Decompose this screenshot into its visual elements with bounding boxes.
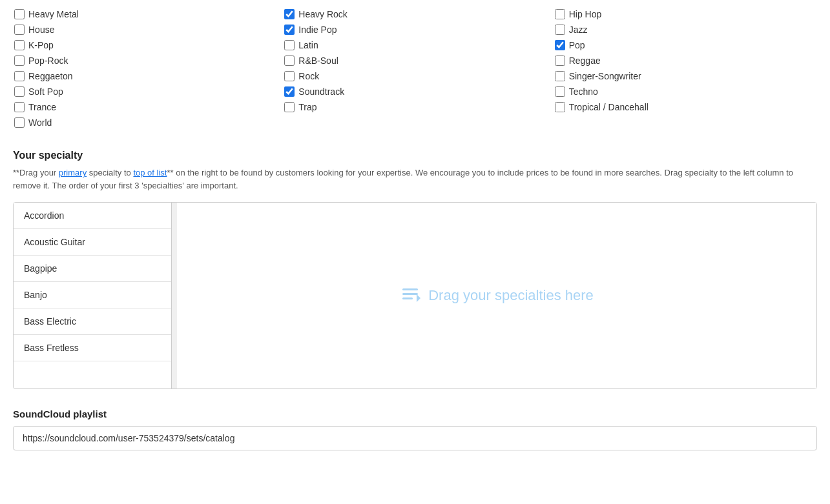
specialty-list-item[interactable]: Bass Fretless <box>14 335 171 361</box>
genre-checkbox-pop[interactable] <box>555 40 565 50</box>
genre-checkbox-rock[interactable] <box>284 71 295 81</box>
genre-checkbox-soundtrack[interactable] <box>284 86 295 97</box>
genre-checkbox-house[interactable] <box>14 25 25 35</box>
svg-marker-3 <box>417 294 420 302</box>
genre-item: Reggaeton <box>13 68 276 84</box>
genre-column-2: Heavy RockIndie PopLatinR&B-SoulRockSoun… <box>283 6 546 130</box>
desc-primary-link[interactable]: primary <box>59 168 87 177</box>
genre-item: Pop <box>554 37 817 53</box>
genre-checkbox-trap[interactable] <box>284 102 295 112</box>
genre-label: Hip Hop <box>569 9 602 19</box>
genre-checkbox-heavy-metal[interactable] <box>14 9 25 19</box>
genre-item: R&B-Soul <box>283 53 546 68</box>
desc-part1: **Drag your <box>13 168 59 177</box>
genre-column-3: Hip HopJazzPopReggaeSinger-SongwriterTec… <box>554 6 817 130</box>
genre-checkbox-hip-hop[interactable] <box>555 9 565 19</box>
genre-checkbox-k-pop[interactable] <box>14 40 25 50</box>
genre-label: Latin <box>298 40 318 50</box>
genre-label: Jazz <box>569 25 588 35</box>
genre-checkbox-reggaeton[interactable] <box>14 71 25 81</box>
genre-grid: Heavy MetalHouseK-PopPop-RockReggaetonSo… <box>13 6 817 130</box>
desc-top-list-link[interactable]: top of list <box>133 168 167 177</box>
genre-checkbox-latin[interactable] <box>284 40 295 50</box>
genre-checkbox-jazz[interactable] <box>555 25 565 35</box>
genre-label: R&B-Soul <box>298 55 338 66</box>
svg-rect-0 <box>402 288 418 290</box>
genre-item: Rock <box>283 68 546 84</box>
genre-label: Pop-Rock <box>28 55 68 66</box>
genre-item: Latin <box>283 37 546 53</box>
specialty-title: Your specialty <box>13 150 817 161</box>
specialty-drop-zone[interactable]: Drag your specialties here <box>177 203 816 388</box>
genre-checkbox-soft-pop[interactable] <box>14 86 25 97</box>
soundcloud-section: SoundCloud playlist <box>13 408 817 450</box>
soundcloud-label: SoundCloud playlist <box>13 408 817 419</box>
specialty-description: **Drag your primary specialty to top of … <box>13 166 817 192</box>
drag-icon <box>400 283 420 308</box>
svg-rect-1 <box>402 293 418 295</box>
specialty-section: Your specialty **Drag your primary speci… <box>13 150 817 389</box>
genre-item: Reggae <box>554 53 817 68</box>
genre-label: Reggae <box>569 55 601 66</box>
genre-checkbox-heavy-rock[interactable] <box>284 9 295 19</box>
genre-checkbox-singer-songwriter[interactable] <box>555 71 565 81</box>
genre-item: Hip Hop <box>554 6 817 22</box>
svg-rect-2 <box>402 297 413 299</box>
genre-label: Trance <box>28 102 56 112</box>
specialty-list-item[interactable]: Bass Electric <box>14 308 171 335</box>
genre-item: Heavy Metal <box>13 6 276 22</box>
drag-divider[interactable] <box>172 203 177 388</box>
genre-checkbox-reggae[interactable] <box>555 55 565 66</box>
specialty-list-item[interactable]: Accordion <box>14 203 171 229</box>
genre-item: K-Pop <box>13 37 276 53</box>
genre-item: Tropical / Dancehall <box>554 99 817 115</box>
drag-placeholder-text: Drag your specialties here <box>400 283 594 308</box>
genre-item: House <box>13 22 276 37</box>
genre-label: Tropical / Dancehall <box>569 102 648 112</box>
genre-item: Heavy Rock <box>283 6 546 22</box>
genre-label: House <box>28 25 54 35</box>
genre-checkbox-indie-pop[interactable] <box>284 25 295 35</box>
genre-label: K-Pop <box>28 40 54 50</box>
genre-label: Heavy Rock <box>298 9 347 19</box>
drag-placeholder-label: Drag your specialties here <box>428 287 594 304</box>
genre-label: Indie Pop <box>298 25 337 35</box>
genre-label: Reggaeton <box>28 71 73 81</box>
genre-checkbox-tropical---dancehall[interactable] <box>555 102 565 112</box>
specialty-source-list[interactable]: AccordionAcoustic GuitarBagpipeBanjoBass… <box>14 203 172 388</box>
genre-checkbox-r-b-soul[interactable] <box>284 55 295 66</box>
genre-label: Soft Pop <box>28 86 63 97</box>
genre-checkbox-pop-rock[interactable] <box>14 55 25 66</box>
genre-item: Techno <box>554 84 817 99</box>
genre-item: Indie Pop <box>283 22 546 37</box>
genre-checkbox-trance[interactable] <box>14 102 25 112</box>
genre-label: Techno <box>569 86 598 97</box>
genre-label: Rock <box>298 71 319 81</box>
genre-item: Soundtrack <box>283 84 546 99</box>
genre-checkbox-techno[interactable] <box>555 86 565 97</box>
soundcloud-input[interactable] <box>13 426 817 450</box>
genre-item: Trap <box>283 99 546 115</box>
genre-label: Singer-Songwriter <box>569 71 641 81</box>
genre-item: Soft Pop <box>13 84 276 99</box>
genre-label: Soundtrack <box>298 86 344 97</box>
genre-column-1: Heavy MetalHouseK-PopPop-RockReggaetonSo… <box>13 6 276 130</box>
genre-label: Trap <box>298 102 316 112</box>
specialty-list-item[interactable]: Banjo <box>14 282 171 308</box>
genre-item: Trance <box>13 99 276 115</box>
genre-label: World <box>28 117 52 128</box>
specialty-list-item[interactable]: Acoustic Guitar <box>14 229 171 256</box>
genre-item: World <box>13 115 276 130</box>
desc-part2: specialty to <box>87 168 133 177</box>
genre-checkbox-world[interactable] <box>14 117 25 128</box>
genre-item: Pop-Rock <box>13 53 276 68</box>
genre-item: Jazz <box>554 22 817 37</box>
genre-item: Singer-Songwriter <box>554 68 817 84</box>
specialty-list-item[interactable]: Bagpipe <box>14 256 171 282</box>
genre-label: Heavy Metal <box>28 9 79 19</box>
genre-label: Pop <box>569 40 585 50</box>
drag-container: AccordionAcoustic GuitarBagpipeBanjoBass… <box>13 202 817 389</box>
